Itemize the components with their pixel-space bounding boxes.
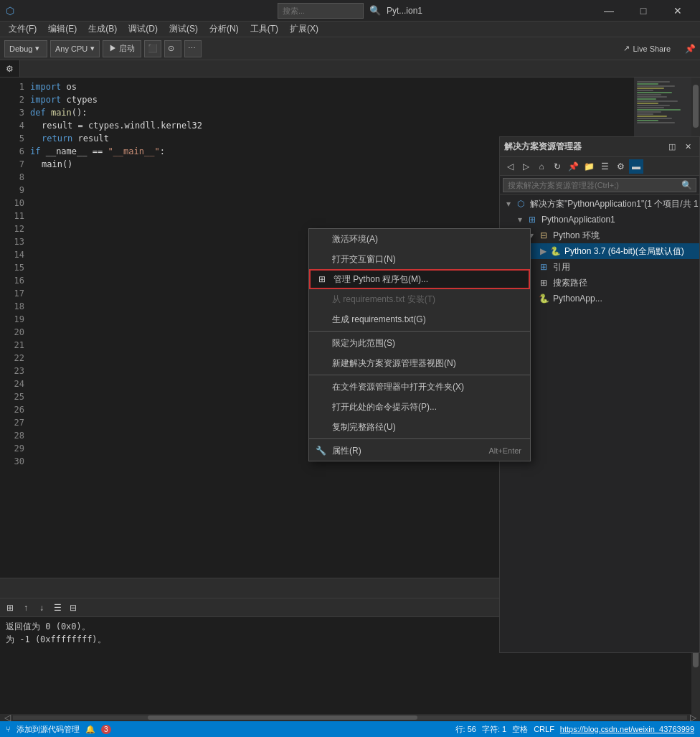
toolbar-filter-btn[interactable]: ☰	[597, 159, 612, 174]
status-right: 行: 56 字符: 1 空格 CRLF https://blog.csdn.ne…	[455, 724, 694, 735]
reference-icon: ⊞	[537, 260, 550, 273]
ctx-activate-env[interactable]: 激活环境(A)	[309, 229, 530, 249]
bottom-tool-2[interactable]: ↑	[19, 601, 33, 615]
ctx-open-interactive[interactable]: 打开交互窗口(N)	[309, 249, 530, 269]
menu-debug[interactable]: 调试(D)	[123, 22, 164, 37]
cpu-dropdown[interactable]: Any CPU ▾	[50, 40, 100, 57]
pause-button[interactable]: ⬛	[144, 40, 161, 57]
notification-count: 3	[101, 725, 111, 734]
menu-test[interactable]: 测试(S)	[164, 22, 204, 37]
panel-search-bar: 🔍	[500, 176, 699, 194]
title-search-input[interactable]	[278, 3, 364, 19]
title-bar: ⬡ 🔍 Pyt...ion1 — □ ✕	[0, 0, 700, 22]
search-path-label: 搜索路径	[553, 277, 696, 289]
ctx-scope[interactable]: 限定为此范围(S)	[309, 333, 530, 353]
menu-file[interactable]: 文件(F)	[3, 22, 42, 37]
bottom-horizontal-scrollbar[interactable]: ◁ ▷	[0, 714, 700, 721]
toolbar-active-btn[interactable]: ▬	[629, 159, 643, 174]
env-icon: ⊟	[537, 229, 550, 242]
start-label: ▶ 启动	[109, 43, 135, 54]
debug-config-dropdown[interactable]: Debug ▾	[4, 40, 47, 57]
toolbar-btn-4[interactable]: ⋯	[184, 40, 202, 57]
tree-solution-root[interactable]: ▾ ⬡ 解决方案"PythonApplication1"(1 个项目/共 1	[500, 196, 699, 212]
status-left: ⑂ 添加到源代码管理 🔔 3	[6, 724, 111, 735]
editor-tab-settings[interactable]: ⚙	[0, 60, 20, 77]
toolbar-refresh-btn[interactable]: ↻	[550, 159, 564, 174]
panel-close-btn[interactable]: ✕	[681, 140, 695, 154]
git-icon: ⑂	[6, 725, 11, 733]
menu-build[interactable]: 生成(B)	[82, 22, 123, 37]
arrow-right-icon: ▶	[537, 245, 549, 257]
editor-tab-bar: ⚙	[0, 60, 700, 78]
close-button[interactable]: ✕	[661, 0, 694, 22]
properties-shortcut: Alt+Enter	[488, 446, 521, 455]
chevron-down-icon-2: ▾	[90, 44, 95, 53]
bottom-tool-1[interactable]: ⊞	[3, 601, 17, 615]
scrollbar-track[interactable]	[13, 715, 687, 720]
ctx-separator-2	[309, 375, 530, 375]
ctx-manage-packages[interactable]: ⊞ 管理 Python 程序包(M)...	[309, 269, 530, 289]
toolbar-home-btn[interactable]: ⌂	[534, 159, 549, 174]
ctx-open-cmd[interactable]: 打开此处的命令提示符(P)...	[309, 397, 530, 417]
project-icon: ⊞	[526, 213, 539, 226]
live-share-icon: ↗	[623, 44, 630, 53]
menu-extensions[interactable]: 扩展(X)	[284, 22, 324, 37]
debug-label: Debug	[9, 44, 32, 53]
menu-edit[interactable]: 编辑(E)	[42, 22, 82, 37]
toolbar-pin-btn[interactable]: 📌	[566, 159, 580, 174]
ctx-new-view[interactable]: 新建解决方案资源管理器视图(N)	[309, 353, 530, 373]
toolbar-forward-btn[interactable]: ▷	[519, 159, 533, 174]
search-icon: 🔍	[681, 180, 692, 190]
search-icon: 🔍	[369, 5, 381, 16]
panel-toggle-btn[interactable]: ◫	[665, 140, 679, 154]
pin-button[interactable]: 📌	[685, 44, 696, 54]
bottom-tool-5[interactable]: ⊟	[66, 601, 80, 615]
scrollbar-h-thumb[interactable]	[148, 715, 417, 720]
minimize-button[interactable]: —	[592, 0, 625, 22]
start-button[interactable]: ▶ 启动	[103, 40, 141, 57]
title-bar-left: ⬡	[6, 5, 14, 17]
wrench-icon: 🔧	[315, 446, 326, 456]
reference-label: 引用	[553, 261, 696, 273]
python-icon: 🐍	[549, 245, 562, 258]
cpu-label: Any CPU	[55, 44, 88, 53]
toolbar-back-btn[interactable]: ◁	[503, 159, 517, 174]
toolbar-folder-btn[interactable]: 📁	[582, 159, 596, 174]
python37-label: Python 3.7 (64-bit)(全局默认值)	[564, 245, 696, 258]
col-label: 字符: 1	[482, 724, 506, 735]
title-bar-right: — □ ✕	[592, 0, 694, 22]
arrow-down-icon: ▾	[503, 198, 514, 210]
bottom-tool-4[interactable]: ☰	[50, 601, 65, 615]
menu-analyze[interactable]: 分析(N)	[204, 22, 245, 37]
toolbar-btn-3[interactable]: ⊙	[164, 40, 181, 57]
panel-search-input[interactable]	[503, 178, 696, 192]
ctx-generate-requirements[interactable]: 生成 requirements.txt(G)	[309, 309, 530, 329]
ctx-copy-path[interactable]: 复制完整路径(U)	[309, 417, 530, 437]
maximize-button[interactable]: □	[627, 0, 660, 22]
menu-tools[interactable]: 工具(T)	[245, 22, 284, 37]
ctx-properties[interactable]: 🔧 属性(R) Alt+Enter	[309, 441, 530, 461]
eol-label: CRLF	[534, 725, 554, 733]
env-label: Python 环境	[553, 230, 696, 242]
ctx-open-folder[interactable]: 在文件资源管理器中打开文件夹(X)	[309, 377, 530, 397]
context-menu: 激活环境(A) 打开交互窗口(N) ⊞ 管理 Python 程序包(M)... …	[308, 228, 531, 461]
line-numbers: 12345 678910 1112131415 1617181920 21222…	[0, 78, 30, 558]
chevron-down-icon: ▾	[35, 44, 39, 53]
tree-app-node[interactable]: ▾ ⊞ PythonApplication1	[500, 212, 699, 227]
live-share-label: Live Share	[633, 44, 671, 53]
toolbar: Debug ▾ Any CPU ▾ ▶ 启动 ⬛ ⊙ ⋯ ↗ Live Shar…	[0, 37, 700, 60]
solution-label: 解决方案"PythonApplication1"(1 个项目/共 1	[530, 198, 699, 210]
menu-bar: 文件(F) 编辑(E) 生成(B) 调试(D) 测试(S) 分析(N) 工具(T…	[0, 22, 700, 37]
main-content: 12345 678910 1112131415 1617181920 21222…	[0, 78, 700, 558]
row-label: 行: 56	[455, 724, 476, 735]
settings-icon: ⚙	[6, 64, 14, 74]
status-bar: ⑂ 添加到源代码管理 🔔 3 行: 56 字符: 1 空格 CRLF https…	[0, 721, 700, 737]
source-control-label[interactable]: 添加到源代码管理	[16, 724, 80, 735]
panel-title-bar: 解决方案资源管理器 ◫ ✕	[500, 137, 699, 157]
url-label[interactable]: https://blog.csdn.net/weixin_43763999	[560, 725, 694, 733]
panel-toolbar: ◁ ▷ ⌂ ↻ 📌 📁 ☰ ⚙ ▬	[500, 157, 699, 176]
bottom-tool-3[interactable]: ↓	[34, 601, 49, 615]
live-share-button[interactable]: ↗ Live Share	[618, 44, 676, 53]
toolbar-settings-btn[interactable]: ⚙	[613, 159, 628, 174]
scrollbar-thumb[interactable]	[693, 85, 699, 128]
